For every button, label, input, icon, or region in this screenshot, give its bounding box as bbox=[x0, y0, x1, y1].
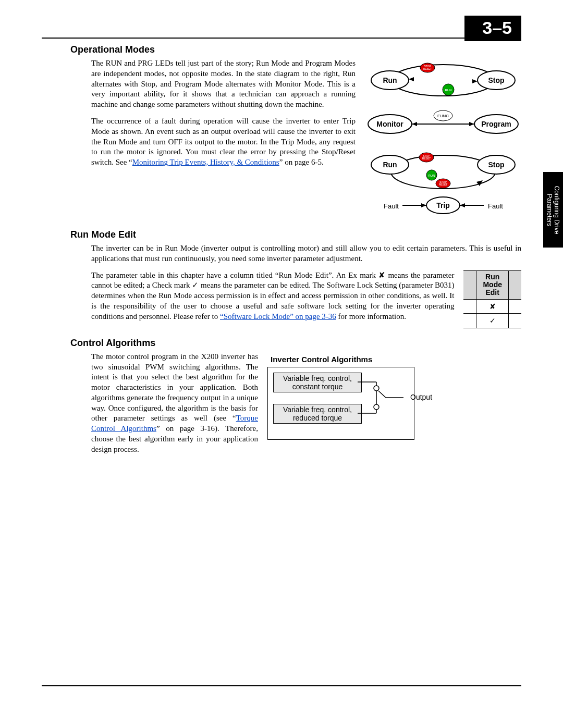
control-alg-para: The motor control program in the X200 in… bbox=[91, 352, 258, 455]
heading-operational-modes: Operational Modes bbox=[70, 44, 521, 55]
state-diagram-trip: Run Stop STOP RESET RUN STOP RESET bbox=[365, 147, 521, 220]
svg-marker-42 bbox=[460, 203, 465, 207]
svg-text:Trip: Trip bbox=[436, 201, 450, 209]
check-mark-icon: ✓ bbox=[476, 314, 509, 328]
svg-text:FUNC: FUNC bbox=[437, 114, 449, 118]
svg-text:Stop: Stop bbox=[488, 161, 504, 169]
svg-text:RESET: RESET bbox=[439, 183, 448, 186]
svg-marker-10 bbox=[409, 77, 414, 81]
run-mode-para-2: The parameter table in this chapter have… bbox=[91, 270, 454, 322]
link-monitoring-trip[interactable]: Monitoring Trip Events, History, & Condi… bbox=[132, 158, 279, 166]
svg-text:RESET: RESET bbox=[422, 157, 431, 160]
thumb-tab-label: Configuring Drive Parameters bbox=[546, 186, 560, 234]
heading-run-mode-edit: Run Mode Edit bbox=[70, 229, 521, 240]
svg-text:Fault: Fault bbox=[384, 202, 399, 210]
svg-marker-18 bbox=[469, 122, 474, 126]
link-software-lock[interactable]: “Software Lock Mode” on page 3-36 bbox=[220, 312, 336, 320]
figure-title: Inverter Control Algorithms bbox=[267, 355, 414, 364]
svg-text:Fault: Fault bbox=[488, 202, 503, 210]
svg-text:Run: Run bbox=[383, 161, 397, 169]
svg-text:Monitor: Monitor bbox=[376, 120, 403, 128]
svg-text:RUN: RUN bbox=[445, 89, 452, 92]
state-diagram-modes: Run Stop STOP RESET RUN Monitor bbox=[365, 58, 521, 147]
op-modes-para-1: The RUN and PRG LEDs tell just part of t… bbox=[91, 58, 356, 110]
x-mark-icon: ✘ bbox=[476, 299, 509, 313]
run-mode-edit-table: Run Mode Edit ✘ ✓ bbox=[463, 270, 521, 328]
svg-marker-17 bbox=[412, 122, 417, 126]
svg-text:Program: Program bbox=[481, 120, 511, 128]
algorithm-diagram: Variable freq. control, constant torque … bbox=[267, 367, 414, 440]
svg-marker-11 bbox=[472, 79, 478, 83]
run-mode-para-1: The inverter can be in Run Mode (inverte… bbox=[91, 243, 521, 264]
svg-text:RUN: RUN bbox=[429, 174, 435, 177]
svg-text:RESET: RESET bbox=[423, 67, 432, 70]
svg-point-46 bbox=[374, 386, 379, 391]
svg-text:Stop: Stop bbox=[488, 76, 504, 84]
svg-point-48 bbox=[374, 404, 379, 410]
heading-control-algorithms: Control Algorithms bbox=[70, 338, 521, 349]
thumb-tab: Configuring Drive Parameters bbox=[543, 172, 563, 248]
op-modes-para-2: The occurrence of a fault during operati… bbox=[91, 116, 356, 168]
rule-top bbox=[42, 38, 521, 39]
algorithm-box-1: Variable freq. control, constant torque bbox=[273, 373, 362, 392]
rule-bottom bbox=[42, 685, 521, 686]
svg-line-47 bbox=[378, 391, 386, 398]
output-label: Output bbox=[410, 393, 432, 401]
svg-text:Run: Run bbox=[383, 76, 397, 84]
algorithm-box-2: Variable freq. control, reduced torque bbox=[273, 404, 362, 424]
svg-marker-39 bbox=[421, 203, 426, 207]
